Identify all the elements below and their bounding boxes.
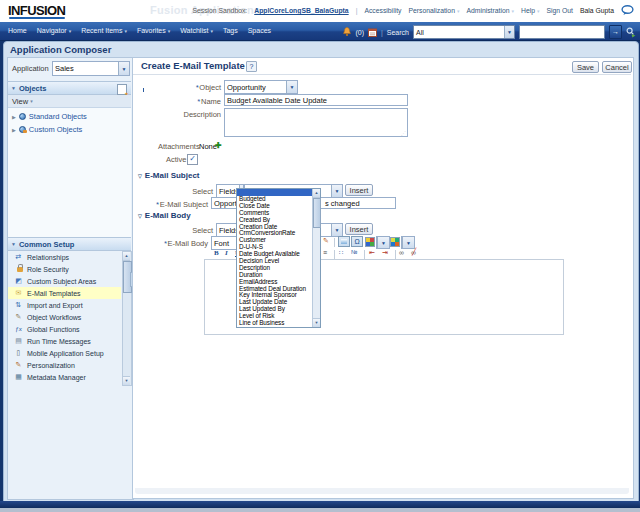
- sidebar-item-metadata-manager[interactable]: ▦Metadata Manager: [8, 371, 121, 383]
- email-body-section-header[interactable]: ▽ E-Mail Body: [138, 211, 191, 220]
- create-email-template-panel: Create E-Mail Template ? Save Cancel *Ob…: [132, 57, 634, 499]
- search-input[interactable]: [519, 25, 605, 39]
- sidebar-item-import-and-export[interactable]: ⇅Import and Export: [8, 299, 121, 311]
- collapse-icon[interactable]: ▼: [11, 241, 16, 247]
- resize-grip-icon[interactable]: ⋰: [401, 130, 406, 136]
- new-object-icon[interactable]: ✦: [117, 84, 127, 95]
- chevron-down-icon: ▼: [286, 81, 297, 93]
- chevron-down-icon: ▾: [457, 8, 460, 14]
- expand-arrow-icon[interactable]: ▶: [12, 127, 16, 133]
- sign-out-link[interactable]: Sign Out: [547, 7, 573, 14]
- subject-select-label: Select: [173, 187, 213, 196]
- chevron-down-icon: ▾: [512, 8, 515, 14]
- toolbar-divider: [364, 250, 365, 259]
- highlight-color-icon[interactable]: [390, 237, 400, 247]
- tree-item-custom-objects[interactable]: ▶ Custom Objects: [12, 125, 131, 134]
- sidebar-item-object-workflows[interactable]: ✎Object Workflows: [8, 311, 121, 323]
- toolbar-divider: [395, 250, 396, 259]
- active-checkbox[interactable]: ✓: [187, 154, 198, 165]
- save-button[interactable]: Save: [572, 61, 599, 73]
- indent-icon[interactable]: ⇥: [382, 249, 388, 257]
- bold-icon[interactable]: B: [214, 249, 219, 257]
- session-sandbox-link[interactable]: ApplCoreLongSB_BalaGupta: [254, 7, 348, 14]
- section-collapse-icon[interactable]: ▽: [138, 173, 142, 179]
- insert-image-icon[interactable]: [338, 236, 350, 247]
- help-menu[interactable]: Help▾: [521, 7, 540, 14]
- expand-arrow-icon[interactable]: ▶: [12, 114, 16, 120]
- sidebar-item-run-time-messages[interactable]: ▤Run Time Messages: [8, 335, 121, 347]
- cancel-button[interactable]: Cancel: [602, 61, 632, 73]
- name-input[interactable]: Budget Available Date Update: [224, 94, 408, 106]
- nav-recent-items[interactable]: Recent Items▾: [81, 27, 127, 34]
- link-icon[interactable]: ∞: [399, 249, 404, 256]
- font-color-select[interactable]: ▼: [376, 236, 390, 249]
- panel-bottom-strip: [135, 488, 629, 494]
- bell-icon[interactable]: [343, 27, 351, 37]
- chevron-down-icon[interactable]: ▼: [504, 26, 514, 38]
- search-go-button[interactable]: →: [609, 25, 622, 39]
- advanced-search-icon[interactable]: [626, 27, 636, 38]
- sidebar-item-custom-subject-areas[interactable]: ◩Custom Subject Areas: [8, 275, 121, 287]
- sidebar-item-relationships[interactable]: ⇄Relationships: [8, 251, 121, 263]
- dropdown-item[interactable]: Line of Business: [237, 320, 313, 327]
- scroll-up-icon[interactable]: ▲: [313, 189, 320, 198]
- sidebar-item-email-templates[interactable]: ✉E-Mail Templates: [8, 287, 121, 299]
- description-textarea[interactable]: ⋰: [224, 108, 408, 137]
- lock-icon: [14, 266, 23, 273]
- bullet-list-icon[interactable]: ∷: [339, 249, 343, 257]
- nav-tags[interactable]: Tags: [223, 27, 238, 34]
- numbered-list-icon[interactable]: №: [351, 249, 357, 255]
- scroll-down-icon[interactable]: ▼: [123, 376, 130, 385]
- sidebar-item-role-security[interactable]: Role Security: [8, 263, 121, 275]
- import-export-icon: ⇅: [14, 301, 23, 309]
- chevron-down-icon: ▾: [124, 28, 127, 34]
- collapse-icon[interactable]: ▼: [11, 85, 16, 91]
- unlink-icon[interactable]: ∞╱: [411, 249, 416, 256]
- main-nav-bar: Home Navigator▾ Recent Items▾ Favorites▾…: [0, 22, 640, 41]
- subject-insert-button[interactable]: Insert: [345, 184, 373, 196]
- sidebar-item-mobile-application-setup[interactable]: ▯Mobile Application Setup: [8, 347, 121, 359]
- font-color-icon[interactable]: [365, 237, 375, 247]
- personalization-menu[interactable]: Personalization▾: [408, 7, 459, 14]
- scroll-up-icon[interactable]: ▲: [123, 252, 130, 261]
- chat-icon[interactable]: [621, 5, 634, 16]
- align-icon[interactable]: ≡: [323, 249, 327, 256]
- sidebar-item-global-functions[interactable]: ƒxGlobal Functions: [8, 323, 121, 335]
- administration-menu[interactable]: Administration▾: [466, 7, 514, 14]
- objects-panel-header[interactable]: ▼ Objects ✦: [8, 81, 131, 95]
- spellcheck-pencil-icon[interactable]: ✎: [323, 237, 329, 245]
- calendar-icon[interactable]: [368, 28, 377, 37]
- special-character-icon[interactable]: Ω: [351, 236, 363, 247]
- dropdown-scrollbar[interactable]: ▲ ▼: [312, 189, 320, 327]
- chevron-down-icon: ▼: [377, 237, 389, 248]
- outdent-icon[interactable]: ⇤: [369, 249, 375, 257]
- object-select[interactable]: Opportunity▼: [224, 80, 298, 94]
- personalization-icon: ✎: [14, 361, 23, 369]
- alert-count: (0): [355, 29, 364, 36]
- divider: [133, 74, 631, 75]
- italic-icon[interactable]: I: [225, 249, 228, 257]
- email-subject-section-header[interactable]: ▽ E-Mail Subject: [138, 171, 200, 180]
- nav-favorites[interactable]: Favorites▾: [137, 27, 170, 34]
- sidebar: Application Sales ▼ ▼ Objects ✦ View▾ ▶ …: [7, 57, 134, 500]
- sidebar-item-personalization[interactable]: ✎Personalization: [8, 359, 121, 371]
- tree-item-standard-objects[interactable]: ▶ Standard Objects: [12, 112, 131, 121]
- nav-home[interactable]: Home: [8, 27, 27, 34]
- form-title: Create E-Mail Template: [141, 60, 245, 71]
- nav-spaces[interactable]: Spaces: [248, 27, 271, 34]
- subject-areas-icon: ◩: [14, 277, 23, 285]
- scroll-down-icon[interactable]: ▼: [313, 318, 320, 327]
- nav-watchlist[interactable]: Watchlist▾: [180, 27, 213, 34]
- objects-view-menu[interactable]: View▾: [8, 95, 131, 108]
- body-insert-button[interactable]: Insert: [345, 223, 373, 235]
- search-scope-select[interactable]: All ▼: [413, 25, 515, 39]
- scrollbar-thumb[interactable]: [313, 198, 321, 228]
- top-header-bar: Fusion Applications INFUSION Session San…: [0, 0, 640, 22]
- nav-navigator[interactable]: Navigator▾: [37, 27, 71, 34]
- application-select[interactable]: Sales ▼: [52, 61, 130, 76]
- add-attachment-icon[interactable]: ✚: [215, 141, 222, 150]
- section-collapse-icon[interactable]: ▽: [138, 213, 142, 219]
- help-icon[interactable]: ?: [246, 61, 257, 72]
- common-setup-header[interactable]: ▼ Common Setup: [8, 237, 131, 251]
- accessibility-link[interactable]: Accessibility: [364, 7, 401, 14]
